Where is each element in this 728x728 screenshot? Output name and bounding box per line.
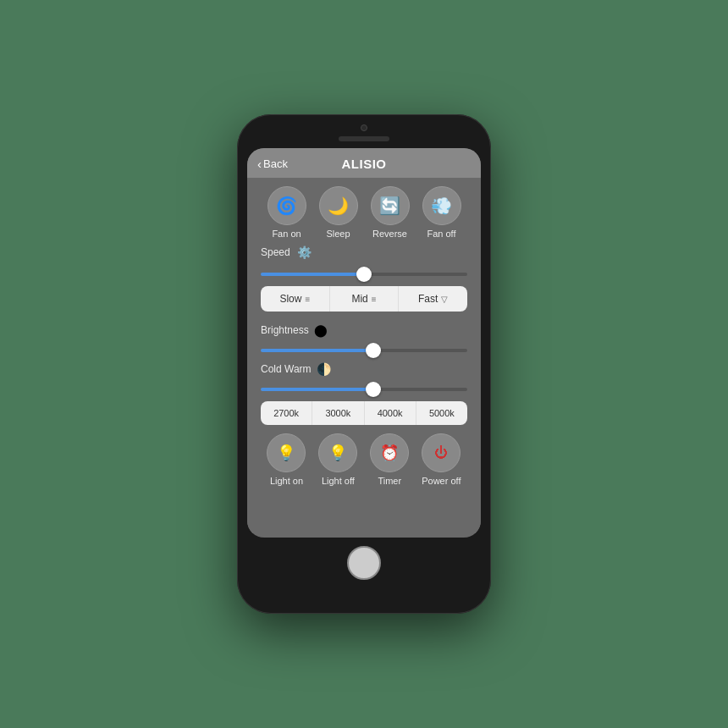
timer-label: Timer xyxy=(378,476,401,486)
fan-on-label: Fan on xyxy=(272,229,301,239)
fan-off-label: Fan off xyxy=(427,229,455,239)
timer-button[interactable]: ⏰ xyxy=(370,433,409,472)
brightness-slider[interactable] xyxy=(261,349,467,352)
speed-buttons: Slow ≡ Mid ≡ Fast ▽ xyxy=(261,286,467,312)
speed-slider-container xyxy=(261,264,467,279)
timer-control[interactable]: ⏰ Timer xyxy=(370,433,409,486)
fan-off-control[interactable]: 💨 Fan off xyxy=(422,186,461,239)
action-row: 💡 Light on 💡 Light off ⏰ Timer ⏻ Power o… xyxy=(261,433,467,486)
fast-button[interactable]: Fast ▽ xyxy=(399,286,467,312)
screen-header: ‹ Back ALISIO xyxy=(247,148,481,178)
light-on-button[interactable]: 💡 xyxy=(267,433,306,472)
back-button[interactable]: ‹ Back xyxy=(257,157,288,171)
light-off-button[interactable]: 💡 xyxy=(318,433,357,472)
sleep-control[interactable]: 🌙 Sleep xyxy=(319,186,358,239)
temp-4000k-label: 4000k xyxy=(378,408,403,418)
phone-camera xyxy=(361,124,367,131)
power-off-control[interactable]: ⏻ Power off xyxy=(422,433,461,486)
speed-label: Speed xyxy=(261,246,290,258)
light-on-control[interactable]: 💡 Light on xyxy=(267,433,306,486)
cold-warm-label: Cold Warm xyxy=(261,363,312,375)
fan-on-button[interactable]: 🌀 xyxy=(267,186,306,225)
phone-home-button[interactable] xyxy=(347,546,381,580)
reverse-control[interactable]: 🔄 Reverse xyxy=(371,186,410,239)
chevron-left-icon: ‹ xyxy=(257,157,262,171)
cold-warm-slider-container xyxy=(261,379,467,394)
cold-warm-row: Cold Warm 🌓 xyxy=(261,362,467,376)
color-temp-buttons: 2700k 3000k 4000k 5000k xyxy=(261,401,467,425)
phone-screen: ‹ Back ALISIO 🌀 Fan on 🌙 Sleep 🔄 Reverse xyxy=(247,148,481,538)
power-off-label: Power off xyxy=(422,476,461,486)
slow-button[interactable]: Slow ≡ xyxy=(261,286,330,312)
fast-label: Fast xyxy=(418,293,438,305)
screen-body: 🌀 Fan on 🌙 Sleep 🔄 Reverse 💨 Fan off xyxy=(247,178,481,533)
temp-3000k-button[interactable]: 3000k xyxy=(312,401,364,425)
reverse-label: Reverse xyxy=(372,229,407,239)
temp-2700k-label: 2700k xyxy=(273,408,299,418)
mid-filter-icon: ≡ xyxy=(372,295,377,304)
temp-4000k-button[interactable]: 4000k xyxy=(365,401,416,425)
speed-slider[interactable] xyxy=(261,273,467,276)
speed-row: Speed ⚙️ xyxy=(261,245,467,259)
slow-label: Slow xyxy=(279,293,301,305)
cold-warm-icon: 🌓 xyxy=(317,362,331,376)
light-off-label: Light off xyxy=(322,476,355,486)
power-off-button[interactable]: ⏻ xyxy=(422,433,461,472)
fan-controls-row: 🌀 Fan on 🌙 Sleep 🔄 Reverse 💨 Fan off xyxy=(261,186,467,239)
fan-on-control[interactable]: 🌀 Fan on xyxy=(267,186,306,239)
reverse-button[interactable]: 🔄 xyxy=(371,186,410,225)
temp-5000k-button[interactable]: 5000k xyxy=(416,401,467,425)
temp-2700k-button[interactable]: 2700k xyxy=(261,401,312,425)
brightness-icon: ⬤ xyxy=(314,323,328,337)
brightness-label: Brightness xyxy=(261,324,309,336)
cold-warm-slider[interactable] xyxy=(261,388,467,391)
temp-5000k-label: 5000k xyxy=(429,408,455,418)
mid-button[interactable]: Mid ≡ xyxy=(330,286,400,312)
back-label: Back xyxy=(263,157,288,170)
light-off-control[interactable]: 💡 Light off xyxy=(318,433,357,486)
slow-filter-icon: ≡ xyxy=(305,295,310,304)
page-title: ALISIO xyxy=(341,157,386,171)
light-on-label: Light on xyxy=(270,476,303,486)
fan-off-button[interactable]: 💨 xyxy=(422,186,461,225)
fast-filter-icon: ▽ xyxy=(441,295,448,304)
phone-speaker xyxy=(339,136,389,141)
speed-icon: ⚙️ xyxy=(297,245,312,259)
brightness-slider-container xyxy=(261,340,467,356)
mid-label: Mid xyxy=(351,293,367,305)
sleep-label: Sleep xyxy=(326,229,350,239)
temp-3000k-label: 3000k xyxy=(325,408,350,418)
phone-device: ‹ Back ALISIO 🌀 Fan on 🌙 Sleep 🔄 Reverse xyxy=(237,114,491,614)
sleep-button[interactable]: 🌙 xyxy=(319,186,358,225)
brightness-row: Brightness ⬤ xyxy=(261,323,467,337)
